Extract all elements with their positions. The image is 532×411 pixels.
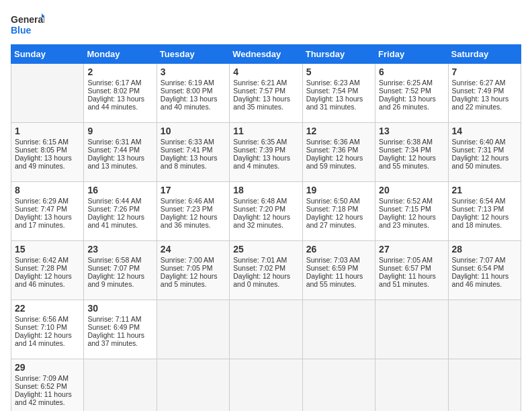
day-number: 24 (161, 244, 226, 255)
daylight-label: Daylight: 12 hours and 5 minutes. (161, 272, 218, 288)
weekday-header-wednesday: Wednesday (230, 45, 302, 64)
weekday-header-friday: Friday (375, 45, 448, 64)
sunset-label: Sunset: 7:18 PM (306, 205, 359, 213)
sunset-label: Sunset: 7:39 PM (233, 146, 285, 154)
day-number: 6 (379, 66, 444, 77)
calendar-cell: 26Sunrise: 7:03 AMSunset: 6:59 PMDayligh… (302, 241, 375, 300)
sunrise-label: Sunrise: 6:21 AM (233, 79, 287, 87)
calendar-cell: 30Sunrise: 7:11 AMSunset: 6:49 PMDayligh… (84, 300, 157, 359)
weekday-header-monday: Monday (84, 45, 157, 64)
day-number: 3 (161, 66, 226, 77)
weekday-header-saturday: Saturday (448, 45, 521, 64)
sunrise-label: Sunrise: 6:44 AM (87, 197, 141, 205)
calendar-cell (375, 300, 448, 359)
sunrise-label: Sunrise: 7:11 AM (87, 315, 141, 323)
sunset-label: Sunset: 7:54 PM (306, 87, 359, 95)
sunset-label: Sunset: 7:47 PM (15, 205, 67, 213)
sunset-label: Sunset: 7:52 PM (379, 87, 431, 95)
sunrise-label: Sunrise: 7:07 AM (452, 256, 506, 264)
daylight-label: Daylight: 11 hours and 37 minutes. (87, 331, 144, 347)
sunset-label: Sunset: 6:59 PM (306, 264, 359, 272)
daylight-label: Daylight: 12 hours and 0 minutes. (233, 272, 290, 288)
day-number: 16 (87, 185, 152, 195)
calendar-cell: 22Sunrise: 6:56 AMSunset: 7:10 PMDayligh… (11, 300, 84, 359)
sunset-label: Sunset: 7:02 PM (233, 264, 285, 272)
day-number: 23 (87, 244, 152, 255)
weekday-header-sunday: Sunday (11, 45, 84, 64)
logo: General Blue (11, 11, 44, 38)
sunrise-label: Sunrise: 6:54 AM (452, 197, 506, 205)
day-number: 20 (379, 185, 444, 195)
sunrise-label: Sunrise: 7:09 AM (15, 374, 69, 382)
day-number: 11 (233, 126, 298, 136)
day-number: 7 (452, 66, 517, 77)
sunrise-label: Sunrise: 6:17 AM (87, 79, 141, 87)
day-number: 21 (452, 185, 517, 195)
calendar-cell: 7Sunrise: 6:27 AMSunset: 7:49 PMDaylight… (448, 64, 521, 123)
calendar-cell (230, 300, 302, 359)
calendar-cell: 5Sunrise: 6:23 AMSunset: 7:54 PMDaylight… (302, 64, 375, 123)
day-number: 19 (306, 185, 371, 195)
sunrise-label: Sunrise: 6:56 AM (15, 315, 69, 323)
sunset-label: Sunset: 7:41 PM (161, 146, 213, 154)
calendar-cell: 4Sunrise: 6:21 AMSunset: 7:57 PMDaylight… (230, 64, 302, 123)
sunset-label: Sunset: 6:57 PM (379, 264, 431, 272)
daylight-label: Daylight: 11 hours and 55 minutes. (306, 272, 363, 288)
day-number: 18 (233, 185, 298, 195)
daylight-label: Daylight: 13 hours and 4 minutes. (233, 154, 290, 170)
sunrise-label: Sunrise: 6:15 AM (15, 138, 69, 146)
calendar-cell: 21Sunrise: 6:54 AMSunset: 7:13 PMDayligh… (448, 182, 521, 241)
day-number: 26 (306, 244, 371, 255)
daylight-label: Daylight: 12 hours and 9 minutes. (87, 272, 144, 288)
sunrise-label: Sunrise: 6:58 AM (87, 256, 141, 264)
svg-text:Blue: Blue (11, 25, 32, 36)
page-header: General Blue (11, 11, 521, 38)
sunset-label: Sunset: 7:36 PM (306, 146, 359, 154)
calendar-cell (302, 300, 375, 359)
sunset-label: Sunset: 8:05 PM (15, 146, 67, 154)
logo-svg: General Blue (11, 11, 44, 38)
day-number: 12 (306, 126, 371, 136)
calendar-cell (157, 300, 229, 359)
daylight-label: Daylight: 12 hours and 41 minutes. (87, 213, 144, 229)
day-number: 5 (306, 66, 371, 77)
calendar-cell: 9Sunrise: 6:31 AMSunset: 7:44 PMDaylight… (84, 123, 157, 182)
sunset-label: Sunset: 7:07 PM (87, 264, 140, 272)
daylight-label: Daylight: 13 hours and 31 minutes. (306, 95, 363, 111)
day-number: 9 (87, 126, 152, 136)
daylight-label: Daylight: 12 hours and 59 minutes. (306, 154, 363, 170)
calendar-cell: 27Sunrise: 7:05 AMSunset: 6:57 PMDayligh… (375, 241, 448, 300)
sunset-label: Sunset: 7:10 PM (15, 323, 67, 331)
sunset-label: Sunset: 7:57 PM (233, 87, 285, 95)
sunset-label: Sunset: 7:44 PM (87, 146, 140, 154)
sunset-label: Sunset: 7:31 PM (452, 146, 504, 154)
daylight-label: Daylight: 12 hours and 14 minutes. (15, 331, 72, 347)
day-number: 22 (15, 303, 80, 314)
sunset-label: Sunset: 6:52 PM (15, 382, 67, 390)
day-number: 1 (15, 126, 80, 136)
day-number: 15 (15, 244, 80, 255)
daylight-label: Daylight: 12 hours and 32 minutes. (233, 213, 290, 229)
calendar-cell: 3Sunrise: 6:19 AMSunset: 8:00 PMDaylight… (157, 64, 229, 123)
calendar-cell: 25Sunrise: 7:01 AMSunset: 7:02 PMDayligh… (230, 241, 302, 300)
calendar-cell: 1Sunrise: 6:15 AMSunset: 8:05 PMDaylight… (11, 123, 84, 182)
sunrise-label: Sunrise: 6:29 AM (15, 197, 69, 205)
calendar-cell (230, 359, 302, 412)
calendar-cell (302, 359, 375, 412)
day-number: 17 (161, 185, 226, 195)
daylight-label: Daylight: 12 hours and 50 minutes. (452, 154, 509, 170)
calendar-cell: 15Sunrise: 6:42 AMSunset: 7:28 PMDayligh… (11, 241, 84, 300)
daylight-label: Daylight: 13 hours and 44 minutes. (87, 95, 144, 111)
calendar-cell (375, 359, 448, 412)
daylight-label: Daylight: 11 hours and 42 minutes. (15, 390, 72, 406)
sunset-label: Sunset: 7:15 PM (379, 205, 431, 213)
day-number: 10 (161, 126, 226, 136)
daylight-label: Daylight: 13 hours and 13 minutes. (87, 154, 144, 170)
sunrise-label: Sunrise: 6:40 AM (452, 138, 506, 146)
sunrise-label: Sunrise: 6:50 AM (306, 197, 360, 205)
calendar-cell: 10Sunrise: 6:33 AMSunset: 7:41 PMDayligh… (157, 123, 229, 182)
sunset-label: Sunset: 7:26 PM (87, 205, 140, 213)
svg-text:General: General (11, 14, 44, 25)
daylight-label: Daylight: 11 hours and 46 minutes. (452, 272, 509, 288)
sunset-label: Sunset: 7:28 PM (15, 264, 67, 272)
